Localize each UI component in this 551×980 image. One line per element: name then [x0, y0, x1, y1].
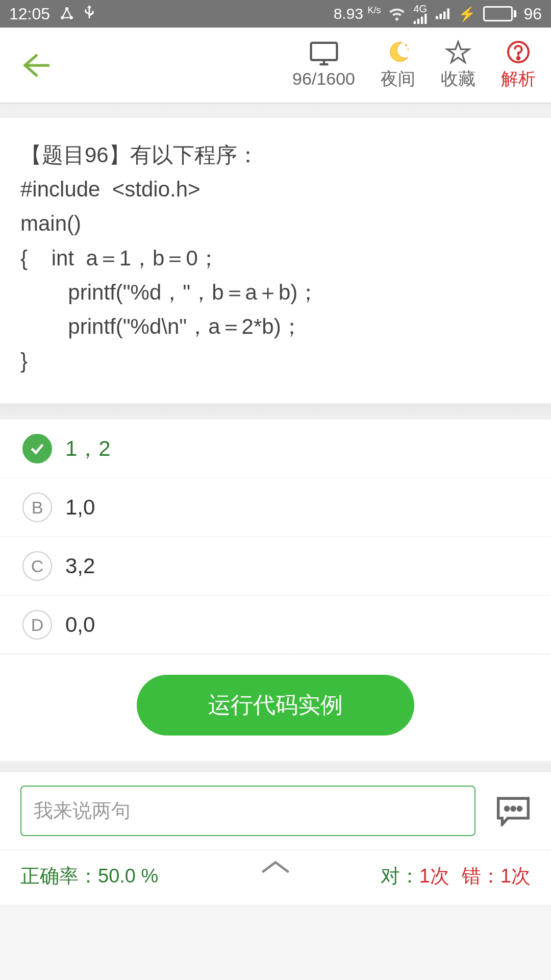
svg-rect-10 — [447, 9, 450, 19]
monitor-icon — [309, 41, 339, 66]
svg-point-18 — [518, 807, 521, 810]
wifi-icon — [388, 7, 406, 21]
divider — [0, 103, 551, 117]
svg-point-16 — [506, 807, 509, 810]
help-icon — [505, 40, 532, 64]
comment-row: 我来说两句 — [0, 772, 551, 849]
svg-rect-3 — [414, 21, 416, 24]
code-line: main() — [20, 206, 531, 240]
svg-point-17 — [512, 807, 515, 810]
app-header: 96/1600 夜间 收藏 解析 — [0, 28, 551, 103]
svg-rect-9 — [443, 12, 446, 19]
status-right: 8.93 K/s 4G ⚡ 96 — [334, 4, 542, 24]
signal-icon — [436, 7, 451, 20]
status-left: 12:05 — [9, 5, 95, 23]
comment-icon[interactable] — [496, 796, 531, 826]
option-a[interactable]: 1，2 — [0, 420, 551, 478]
option-c[interactable]: C 3,2 — [0, 537, 551, 596]
analysis-button[interactable]: 解析 — [501, 40, 536, 91]
code-line: } — [20, 344, 531, 378]
stats-bar: 正确率：50.0 % 对：1次 错：1次 — [0, 849, 551, 904]
usb-icon — [84, 5, 95, 22]
option-letter: C — [22, 551, 52, 581]
status-bar: 12:05 8.93 K/s 4G ⚡ 96 — [0, 0, 551, 28]
svg-rect-4 — [417, 19, 419, 24]
run-section: 运行代码实例 — [0, 654, 551, 761]
svg-point-15 — [517, 57, 520, 59]
moon-icon — [385, 40, 411, 64]
share-icon — [59, 6, 74, 21]
divider — [0, 403, 551, 420]
counter-label: 96/1600 — [292, 69, 355, 89]
option-b[interactable]: B 1,0 — [0, 478, 551, 537]
back-button[interactable] — [20, 52, 51, 79]
battery-level: 96 — [523, 5, 542, 23]
option-letter: B — [22, 493, 52, 522]
run-code-button[interactable]: 运行代码实例 — [137, 675, 414, 736]
check-icon — [22, 434, 52, 463]
option-text: 3,2 — [65, 554, 95, 578]
accuracy: 正确率：50.0 % — [20, 863, 158, 889]
svg-rect-11 — [311, 43, 337, 60]
option-text: 1,0 — [65, 495, 95, 520]
expand-button[interactable] — [259, 859, 292, 875]
question-title: 【题目96】有以下程序： — [20, 138, 531, 172]
correct-count: 对：1次 — [381, 863, 449, 889]
svg-rect-5 — [421, 17, 423, 24]
star-icon — [445, 40, 471, 64]
svg-point-13 — [408, 48, 409, 50]
code-line: #include <stdio.h> — [20, 172, 531, 206]
options-list: 1，2 B 1,0 C 3,2 D 0,0 — [0, 420, 551, 654]
option-letter: D — [22, 610, 52, 640]
svg-rect-6 — [425, 14, 427, 24]
status-time: 12:05 — [9, 5, 50, 23]
stats-counts: 对：1次 错：1次 — [381, 863, 531, 889]
signal-4g-icon: 4G — [413, 4, 429, 24]
code-line: { int a＝1，b＝0； — [20, 241, 531, 275]
chevron-up-icon — [259, 859, 292, 875]
code-line: printf("%d\n"，a＝2*b)； — [20, 309, 531, 344]
counter-button[interactable]: 96/1600 — [292, 41, 355, 89]
night-label: 夜间 — [381, 67, 415, 91]
favorite-button[interactable]: 收藏 — [441, 40, 475, 91]
night-mode-button[interactable]: 夜间 — [381, 40, 415, 91]
wrong-count: 错：1次 — [462, 863, 531, 889]
divider — [0, 761, 551, 772]
option-text: 0,0 — [65, 612, 95, 637]
battery-icon — [483, 6, 516, 21]
svg-point-12 — [405, 44, 407, 46]
option-d[interactable]: D 0,0 — [0, 596, 551, 654]
favorite-label: 收藏 — [441, 67, 475, 91]
charging-icon: ⚡ — [458, 6, 476, 22]
svg-rect-8 — [440, 14, 442, 19]
option-text: 1，2 — [65, 434, 111, 463]
question-panel: 【题目96】有以下程序： #include <stdio.h> main() {… — [0, 117, 551, 403]
code-line: printf("%d，"，b＝a＋b)； — [20, 275, 531, 309]
analysis-label: 解析 — [501, 67, 536, 91]
svg-rect-7 — [436, 16, 438, 19]
comment-input[interactable]: 我来说两句 — [20, 786, 475, 836]
network-speed: 8.93 K/s — [334, 5, 381, 22]
